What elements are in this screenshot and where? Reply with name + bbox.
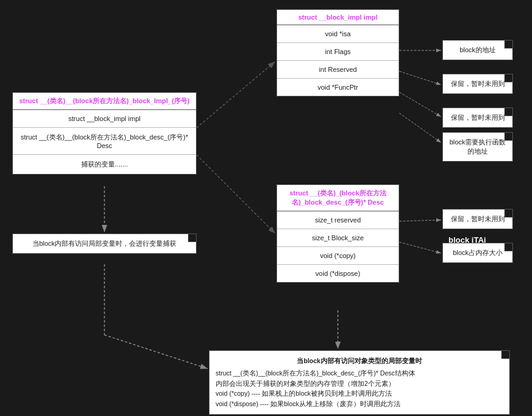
svg-line-6	[399, 71, 441, 85]
note-capture: 当block内部有访问局部变量时，会进行变量捕获	[12, 234, 197, 254]
note-bottom-line4: void (*copy) ---- 如果栈上的block被拷贝到堆上时调用此方法	[216, 388, 503, 399]
box-main-row-3: 捕获的变量.......	[13, 155, 196, 174]
svg-line-8	[399, 113, 441, 143]
box-main: struct __(类名)__(block所在方法名)_block_Impl_(…	[12, 92, 197, 175]
note-blocksize-text: block占内存大小	[453, 249, 503, 256]
svg-line-2	[197, 61, 275, 128]
note-flags: 保留，暂时未用到	[442, 74, 513, 94]
svg-line-3	[197, 155, 275, 234]
diagram-container: struct __(类名)__(block所在方法名)_block_Impl_(…	[0, 0, 532, 416]
box-impl-row-3: int Reserved	[277, 61, 399, 79]
note-capture-text: 当block内部有访问局部变量时，会进行变量捕获	[33, 240, 177, 247]
note-blocksize: block占内存大小	[442, 243, 513, 263]
note-isa: block的地址	[442, 40, 513, 60]
note-isa-text: block的地址	[460, 46, 496, 53]
note-reserved-mid-text: 保留，暂时未用到	[451, 215, 505, 222]
svg-line-10	[399, 242, 441, 253]
box-main-header: struct __(类名)__(block所在方法名)_block_Impl_(…	[13, 93, 196, 110]
note-reserved-top: 保留，暂时未用到	[442, 108, 513, 128]
box-desc: struct __(类名)_(block所在方法名)_block_desc_(序…	[276, 184, 399, 283]
svg-line-7	[399, 92, 441, 117]
note-bottom: 当block内部有访问对象类型的局部变量时 struct __(类名)__(bl…	[209, 350, 510, 415]
box-impl-row-2: int Flags	[277, 43, 399, 61]
svg-line-9	[399, 220, 441, 221]
box-desc-row-2: size_t Block_size	[277, 229, 399, 247]
box-main-row-1: struct __block_impl impl	[13, 110, 196, 128]
box-impl-header: struct __block_impl impl	[277, 10, 399, 25]
box-desc-row-4: void (*dispose)	[277, 265, 399, 282]
note-funcptr-text: block需要执行函数的地址	[450, 138, 506, 155]
note-bottom-line3: 内部会出现关于捕获的对象类型的内存管理（增加2个元素）	[216, 379, 503, 389]
box-impl-row-1: void *isa	[277, 25, 399, 43]
note-reserved-mid: 保留，暂时未用到	[442, 209, 513, 229]
note-bottom-line5: void (*dispose) ---- 如果block从堆上移除（废弃）时调用…	[216, 399, 503, 409]
box-desc-row-1: size_t reserved	[277, 211, 399, 229]
svg-line-13	[104, 335, 208, 369]
box-impl-row-4: void *FuncPtr	[277, 79, 399, 96]
box-desc-header: struct __(类名)_(block所在方法名)_block_desc_(序…	[277, 185, 399, 211]
box-main-row-2: struct __(类名)__(block所在方法名)_block_desc_(…	[13, 128, 196, 155]
note-bottom-line2: struct __(类名)__(block所在方法名)_block_desc_(…	[216, 368, 503, 379]
note-funcptr: block需要执行函数的地址	[442, 132, 513, 162]
note-bottom-line1: 当block内部有访问对象类型的局部变量时	[216, 356, 503, 366]
note-reserved-top-text: 保留，暂时未用到	[451, 114, 505, 121]
box-desc-row-3: void (*copy)	[277, 247, 399, 265]
box-impl: struct __block_impl impl void *isa int F…	[276, 9, 399, 96]
note-flags-text: 保留，暂时未用到	[451, 80, 505, 87]
block-label: block iTAi	[448, 235, 486, 245]
